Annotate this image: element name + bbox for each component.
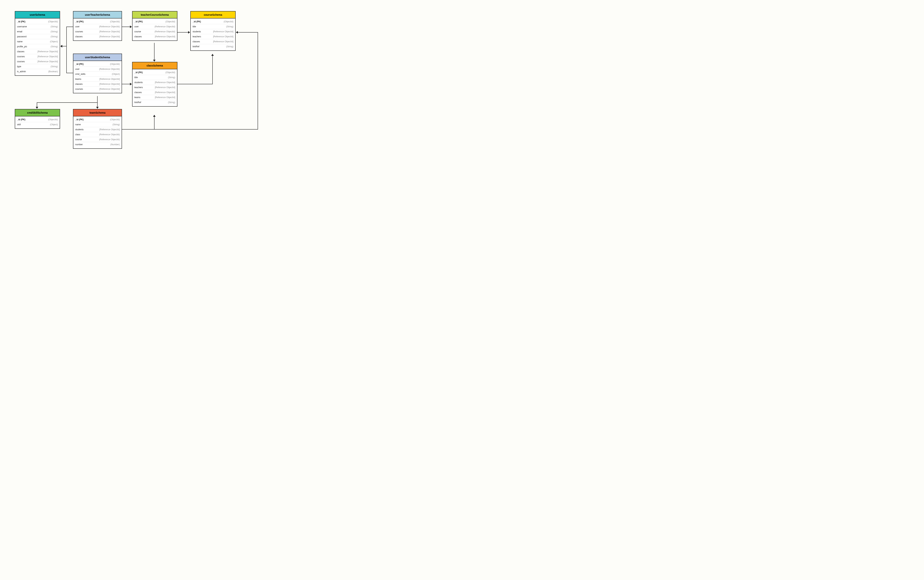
field-row: students[Reference ObjectId] <box>75 127 120 132</box>
field-row: _id (PK)(ObjectId) <box>75 62 120 67</box>
field-type: (ObjectId) <box>165 20 175 23</box>
field-name: course <box>75 138 82 141</box>
field-type: (String) <box>226 45 234 48</box>
field-type: (ObjectId) <box>224 20 234 23</box>
field-type: (String) <box>51 30 58 33</box>
field-row: classes[Reference ObjectId] <box>134 90 175 95</box>
field-name: students <box>134 81 143 84</box>
field-row: classes[Reference ObjectId] <box>193 39 234 44</box>
field-row: courses[Reference ObjectId] <box>75 87 120 91</box>
field-name: profile_pic <box>17 45 27 48</box>
field-name: password <box>17 35 26 38</box>
connector-userStudent-to-cmdSkill-and-team <box>37 96 97 109</box>
field-row: classes[Reference ObjectId] <box>75 34 120 39</box>
field-type: (String) <box>168 76 175 79</box>
field-name: is_admin <box>17 70 26 73</box>
field-name: skill <box>17 123 21 126</box>
svg-marker-10 <box>236 31 238 34</box>
field-type: (Reference ObjectId) <box>99 68 120 71</box>
field-name: name <box>17 40 23 43</box>
field-row: _id (PK)(ObjectId) <box>75 19 120 24</box>
svg-marker-8 <box>96 107 99 109</box>
field-name: cmd_skills <box>75 73 86 76</box>
field-name: user <box>134 25 138 28</box>
field-name: _id (PK) <box>17 118 25 121</box>
field-row: name(String) <box>75 122 120 127</box>
er-diagram-canvas: userSchema_id (PK)(ObjectId)username(Str… <box>0 0 270 166</box>
field-type: (Reference ObjectId) <box>99 133 120 136</box>
field-name: teams <box>75 78 81 81</box>
entity-header: userSchema <box>15 12 60 18</box>
field-row: email(String) <box>17 29 58 34</box>
entity-fields: _id (PK)(ObjectId)title(String)students[… <box>191 18 235 50</box>
field-row: user(Reference ObjectId) <box>75 24 120 29</box>
field-row: cmd_skills(Object) <box>75 72 120 77</box>
field-row: username(String) <box>17 24 58 29</box>
field-type: [Reference ObjectId] <box>213 40 234 43</box>
field-row: _id (PK)(ObjectId) <box>134 70 175 75</box>
field-type: (Reference ObjectId) <box>99 138 120 141</box>
field-name: _id (PK) <box>75 63 84 66</box>
field-name: _id (PK) <box>75 20 84 23</box>
field-name: course <box>134 30 141 33</box>
svg-marker-0 <box>61 45 62 48</box>
field-type: (String) <box>112 123 120 126</box>
field-type: (Reference ObjectId) <box>155 25 175 28</box>
field-row: skill(Object) <box>17 122 58 127</box>
svg-marker-4 <box>153 60 156 61</box>
svg-marker-6 <box>211 54 214 56</box>
svg-marker-1 <box>61 45 62 48</box>
field-row: profile_pic(String) <box>17 44 58 49</box>
field-name: courses <box>75 30 83 33</box>
field-row: class(Reference ObjectId) <box>75 132 120 137</box>
entity-teamSchema: teamSchema_id (PK)(ObjectId)name(String)… <box>73 109 122 149</box>
field-row: teams[Reference ObjectId] <box>75 77 120 82</box>
field-name: courses <box>75 88 83 91</box>
field-row: user(Reference ObjectId) <box>134 24 175 29</box>
entity-userStudentSchema: userStudentSchema_id (PK)(ObjectId)user(… <box>73 54 122 93</box>
field-row: courses[Reference ObjectId] <box>17 59 58 64</box>
field-type: (String) <box>51 35 58 38</box>
connector-classSchema-to-courseSchema <box>178 54 212 84</box>
field-row: linkRef(String) <box>134 100 175 105</box>
field-type: [Reference ObjectId] <box>38 50 58 53</box>
connector-userStudent-to-userSchema <box>61 46 73 73</box>
field-name: classes <box>75 35 82 38</box>
svg-marker-5 <box>130 83 132 86</box>
field-type: (Reference ObjectId) <box>99 25 120 28</box>
field-type: (ObjectId) <box>165 71 175 74</box>
field-row: user(Reference ObjectId) <box>75 67 120 72</box>
field-name: type <box>17 65 21 68</box>
field-name: linkRef <box>193 45 199 48</box>
field-name: classes <box>193 40 200 43</box>
field-row: number(Number) <box>75 142 120 147</box>
field-name: user <box>75 68 79 71</box>
field-name: students <box>193 30 201 33</box>
field-name: classes <box>134 35 142 38</box>
field-name: email <box>17 30 22 33</box>
field-row: type(String) <box>17 64 58 69</box>
field-type: [Reference ObjectId] <box>99 35 120 38</box>
field-row: course(Reference ObjectId) <box>75 137 120 142</box>
field-row: students[Reference ObjectId] <box>134 80 175 85</box>
field-name: _id (PK) <box>134 20 143 23</box>
field-row: _id (PK)(ObjectId) <box>75 117 120 122</box>
svg-marker-9 <box>153 115 156 117</box>
field-row: courses[Reference ObjectId] <box>75 29 120 34</box>
field-type: [Reference ObjectId] <box>99 128 120 131</box>
field-row: classes[Reference ObjectId] <box>17 49 58 54</box>
field-name: _id (PK) <box>17 20 25 23</box>
field-row: courses[Reference ObjectId] <box>17 54 58 59</box>
svg-marker-2 <box>130 25 132 28</box>
field-name: _id (PK) <box>75 118 84 121</box>
field-row: classes[Reference ObjectId] <box>75 82 120 87</box>
field-type: (Number) <box>110 143 120 146</box>
svg-marker-3 <box>188 31 190 34</box>
entity-fields: _id (PK)(ObjectId)title(String)students[… <box>132 69 177 106</box>
field-name: class <box>75 133 80 136</box>
field-type: [Reference ObjectId] <box>213 35 234 38</box>
field-row: students[Reference ObjectId] <box>193 29 234 34</box>
connector-teamSchema-to-classSchema <box>122 115 154 129</box>
field-type: [Reference ObjectId] <box>99 30 120 33</box>
field-name: classes <box>17 50 25 53</box>
